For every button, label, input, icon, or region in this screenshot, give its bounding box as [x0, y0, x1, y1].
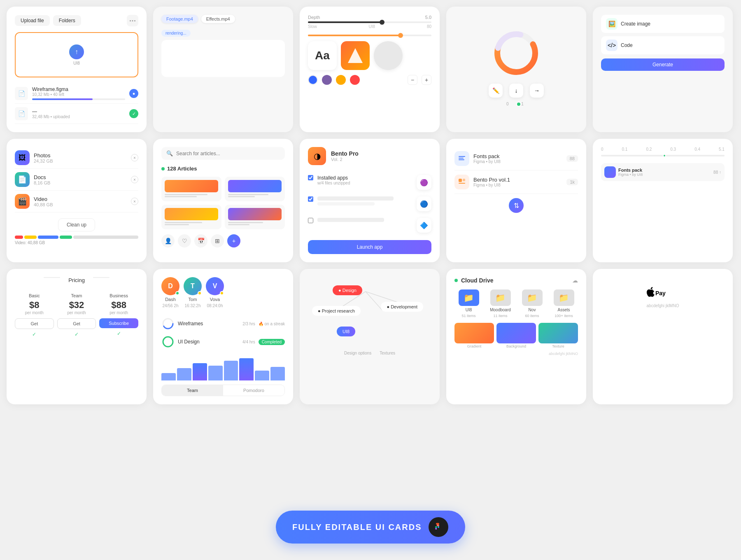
font-card: Depth 5.0 Slow UI8 80 Aa	[300, 7, 440, 132]
effects-tag[interactable]: Effects.mp4	[201, 15, 235, 23]
color-dots-row: − +	[308, 75, 431, 85]
search-bar[interactable]: 🔍	[161, 147, 285, 160]
task-list: Wireframes 2/3 hrs 🔥 on a streak UI Desi…	[161, 315, 285, 351]
slow-label: Slow	[308, 24, 317, 29]
secondary-slider[interactable]	[308, 35, 431, 36]
color-dot-blue[interactable]	[308, 75, 318, 85]
donut-controls: ✏️ ↓ →	[489, 84, 544, 98]
bento-pro-info: Bento Pro vol.1 Figma • by UI8	[473, 177, 562, 187]
svg-point-2	[134, 20, 135, 21]
color-dot-yellow[interactable]	[336, 75, 346, 85]
folder-nov-name: Nov	[529, 308, 536, 312]
article-thumb-4	[228, 208, 282, 220]
generate-button[interactable]: Generate	[601, 58, 725, 71]
ui8-label: UI8	[73, 61, 80, 65]
figma-button[interactable]	[429, 517, 448, 537]
article-thumb-2	[228, 180, 282, 192]
avatar-tom: T Tom 16:32:2h	[184, 277, 202, 308]
svg-rect-11	[463, 179, 465, 181]
color-dot-purple[interactable]	[322, 75, 332, 85]
price-basic: Basic $8 per month Get ✓	[15, 293, 54, 337]
feature-installed-apps: Installed apps w/4 files unzipped 🟣	[308, 172, 431, 193]
video-close[interactable]: ×	[131, 198, 138, 205]
cloud-title: Cloud Drive	[461, 277, 569, 284]
tl-0-3: 0.3	[670, 147, 676, 152]
minus-button[interactable]: −	[408, 75, 417, 85]
calendar-icon-btn[interactable]: 📅	[194, 234, 207, 247]
feature-checkbox-1[interactable]	[308, 175, 313, 180]
team-tab-row: Team Pomodoro	[161, 385, 285, 396]
texture-label: Textures	[380, 351, 395, 355]
team-card: D Dash 24/56 2h T Tom 16:32:2h V V	[153, 269, 293, 404]
feature-checkbox-3[interactable]	[308, 218, 313, 223]
bento-pro-name: Bento Pro vol.1	[473, 177, 562, 183]
folder-ui8-name: UI8	[466, 308, 472, 312]
bar-yellow	[24, 236, 37, 239]
basic-period: per month	[15, 310, 54, 315]
feature-checkbox-2[interactable]	[308, 196, 313, 202]
launch-button[interactable]: Launch app	[308, 240, 431, 254]
sort-button[interactable]: ⇅	[509, 198, 524, 213]
tom-name: Tom	[189, 297, 197, 302]
tab-team[interactable]: Team	[162, 385, 223, 396]
user-icon-btn[interactable]: 👤	[161, 234, 175, 247]
menu-button[interactable]	[127, 15, 138, 26]
pricing-card: Pricing Basic $8 per month Get ✓ Team $3…	[7, 269, 147, 404]
file-icon-2: 📄	[15, 107, 28, 120]
docs-size: 8,16 GB	[34, 180, 127, 185]
docs-close[interactable]: ×	[131, 176, 138, 183]
upload-toolbar: Upload file Folders	[15, 15, 138, 26]
donut-control-2[interactable]: ↓	[509, 84, 523, 98]
basic-btn[interactable]: Get	[15, 318, 54, 329]
donut-control-3[interactable]: →	[530, 84, 544, 98]
bottom-banner: FULLY EDITABLE UI CARDS	[276, 511, 465, 544]
effects-placeholder	[161, 40, 285, 77]
bento-app-card: ◑ Bento Pro Vol. 2 Installed apps w/4 fi…	[300, 139, 440, 262]
search-input[interactable]	[176, 151, 280, 156]
folder-assets[interactable]: 📁 Assets 100+ items	[550, 289, 578, 318]
bento-pro-sub: Figma • by UI8	[473, 183, 562, 187]
article-2[interactable]	[225, 177, 285, 201]
mindmap-research-node[interactable]: ● Project research	[312, 306, 361, 316]
article-thumb-3	[165, 208, 218, 220]
upload-file-button[interactable]: Upload file	[15, 15, 50, 26]
folder-ui8[interactable]: 📁 UI8 51 items	[454, 289, 483, 318]
footage-tag[interactable]: Footage.mp4	[161, 15, 198, 23]
mindmap-ui-node[interactable]: UI8	[337, 327, 355, 336]
mindmap-dev-node[interactable]: ● Development	[381, 302, 423, 312]
storage-docs: 📄 Docs 8,16 GB ×	[15, 169, 138, 191]
plus-button[interactable]: +	[422, 75, 431, 85]
depth-slider[interactable]	[308, 21, 431, 23]
cleanup-button[interactable]: Clean up	[58, 218, 95, 231]
ai-tool-code[interactable]: </> Code	[601, 36, 725, 54]
folder-moodboard[interactable]: 📁 Moodboard 11 items	[486, 289, 515, 318]
team-btn[interactable]: Get	[57, 318, 96, 329]
photos-close[interactable]: ×	[131, 154, 138, 161]
basic-check: ✓	[15, 331, 54, 337]
article-3[interactable]	[161, 205, 221, 229]
fonts-pack-info: Fonts pack Figma • by UI8	[473, 153, 562, 164]
effects-top: Footage.mp4 Effects.mp4	[161, 15, 285, 23]
ai-tool-create-image[interactable]: 🖼️ Create image	[601, 15, 725, 33]
grid-icon-btn[interactable]: ⊞	[211, 234, 224, 247]
bar-green	[60, 236, 72, 239]
donut-control-1[interactable]: ✏️	[489, 84, 503, 98]
video-info: Video 40,88 GB	[34, 196, 127, 207]
subscribe-button[interactable]: Subscribe	[99, 318, 138, 328]
drop-zone[interactable]: ↑ UI8	[15, 32, 138, 77]
folder-nov[interactable]: 📁 Nov 60 items	[518, 289, 546, 318]
ai-tools-list: 🖼️ Create image </> Code	[601, 15, 725, 54]
score-track[interactable]	[601, 155, 725, 156]
heart-icon-btn[interactable]: ♡	[178, 234, 191, 247]
folders-button[interactable]: Folders	[53, 15, 81, 26]
add-icon-btn[interactable]: +	[227, 234, 240, 247]
article-1[interactable]	[161, 177, 221, 201]
docs-info: Docs 8,16 GB	[34, 174, 127, 185]
upload-card: Upload file Folders ↑ UI8 📄 Wireframe.fi…	[7, 7, 147, 132]
tab-pomodoro[interactable]: Pomodoro	[223, 385, 284, 396]
cloud-preview: Gradient Background Texture	[454, 323, 578, 348]
mindmap-design-node[interactable]: ● Design	[333, 285, 362, 295]
color-dot-red[interactable]	[350, 75, 360, 85]
feature-icon-2: 🔵	[417, 196, 431, 211]
article-4[interactable]	[225, 205, 285, 229]
